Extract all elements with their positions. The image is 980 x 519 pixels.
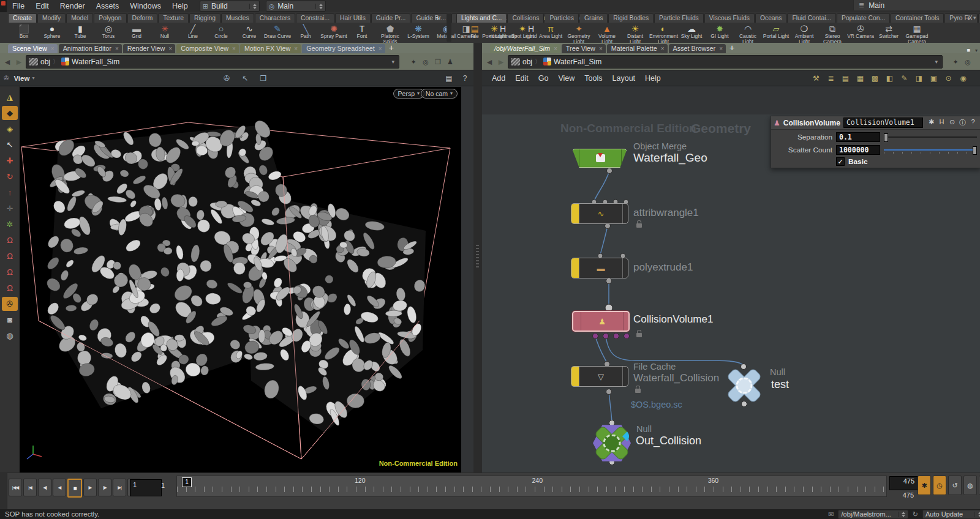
point-light-tool[interactable]: ✳ Point Light (480, 23, 508, 39)
basic-checkbox[interactable]: ✓ (836, 157, 845, 166)
shelf-tab[interactable]: Texture (158, 13, 189, 23)
network-menu-item[interactable]: Help (640, 74, 666, 83)
close-icon[interactable]: × (379, 45, 382, 52)
area-light-tool[interactable]: π Area Light (537, 23, 565, 39)
node-name-label[interactable]: CollisionVolume1 (633, 313, 713, 326)
font-tool[interactable]: T Font (348, 23, 376, 39)
path-field[interactable]: obj 〉 WaterFall_Sim ▾ (26, 55, 399, 69)
shelf-tab[interactable]: Muscles (221, 13, 254, 23)
handles-tool-icon[interactable]: ❒ (257, 74, 270, 83)
info-icon[interactable]: ⓘ (957, 118, 968, 127)
stop-button[interactable]: ■ (67, 479, 82, 498)
menu-item[interactable]: Assets (91, 2, 125, 10)
shelf-tab[interactable]: Deform (127, 13, 158, 23)
close-icon[interactable]: × (51, 45, 55, 52)
spinner-icon[interactable] (249, 4, 257, 9)
node-name-label[interactable]: Out_Collision (636, 435, 701, 447)
close-icon[interactable]: × (115, 45, 119, 52)
auto-key-button[interactable]: ✱ (918, 476, 931, 495)
node-object-merge[interactable] (572, 149, 627, 168)
scene-selector[interactable]: ◎ Main (266, 1, 326, 12)
shelf-tab[interactable]: Guide Br... (411, 13, 451, 23)
add-shelf-tab-icon[interactable]: + (963, 13, 974, 23)
snap-point-icon[interactable]: Ω (2, 265, 18, 279)
pin-icon[interactable]: ✦ (409, 57, 418, 67)
shelf-tab[interactable]: Particle Fluids (654, 13, 704, 23)
pane-maximize-icon[interactable]: ■ (967, 47, 970, 53)
snap-grid-icon[interactable]: Ω (2, 233, 18, 247)
color-palette-icon[interactable]: ▦ (854, 74, 866, 83)
shelf-tab[interactable]: Grains (579, 13, 608, 23)
platonic-solids-tool[interactable]: ⬟ Platonic Solids (376, 23, 404, 45)
select-tool-icon[interactable]: ↖ (239, 74, 251, 83)
back-icon[interactable]: ◀ (2, 57, 12, 67)
shelf-tab[interactable]: Viscous Fluids (704, 13, 755, 23)
node-type-icon[interactable]: ♟ (774, 119, 780, 127)
snap-curve-icon[interactable]: Ω (2, 249, 18, 263)
shelf-tab[interactable]: Rigging (189, 13, 221, 23)
node-name-label[interactable]: Waterfall_Collision (633, 372, 719, 384)
help-icon[interactable]: ? (968, 118, 978, 127)
null-tool[interactable]: ✳ Null (151, 23, 179, 39)
path-history-icon[interactable]: ▾ (391, 59, 396, 65)
playbar-options-strip[interactable] (0, 473, 7, 510)
shelf-tab[interactable]: Guide Pr... (371, 13, 411, 23)
shelf-splitter[interactable] (447, 13, 451, 42)
shelf-tab[interactable]: Container Tools (891, 13, 944, 23)
pose-icon[interactable]: ✛ (2, 201, 18, 215)
spray-paint-tool[interactable]: ✺ Spray Paint (320, 23, 348, 39)
node-polyextrude[interactable]: ▬ (571, 258, 628, 278)
realtime-toggle-button[interactable]: ◷ (933, 476, 946, 495)
background-image-icon[interactable]: ▣ (928, 74, 940, 83)
pane-icon[interactable]: ✇ (4, 75, 9, 81)
menu-item[interactable]: File (7, 2, 30, 10)
pane-tab[interactable]: Render View × (123, 44, 175, 53)
close-icon[interactable]: × (294, 45, 298, 52)
help-icon[interactable]: ? (459, 74, 471, 83)
thumbnail-grid-icon[interactable]: ▩ (869, 74, 881, 83)
timeline-ruler[interactable]: 120240360 1 (176, 476, 887, 497)
end-frame-field[interactable]: 475 (889, 476, 918, 490)
network-menu-item[interactable]: Layout (608, 74, 641, 83)
node-name-label[interactable]: Waterfall_Geo (633, 151, 707, 165)
shelf-tab[interactable]: Collisions (507, 13, 544, 23)
show-handles-icon[interactable]: ◈ (2, 122, 18, 136)
circle-tool[interactable]: ○ Circle (207, 23, 235, 39)
prev-keyframe-button[interactable]: |◀ (23, 479, 37, 496)
sticky-note-icon[interactable]: ✎ (899, 74, 910, 83)
view-camera-icon[interactable]: ✇ (2, 297, 18, 311)
path-tool[interactable]: ╲ Path (292, 23, 320, 39)
shelf-tab[interactable]: Model (66, 13, 93, 23)
next-keyframe-button[interactable]: ▶| (113, 479, 126, 496)
menu-item[interactable]: Help (167, 2, 194, 10)
node-collisionvolume[interactable]: ♟ (572, 311, 630, 332)
list-view-icon[interactable]: ▤ (840, 74, 851, 83)
path-field[interactable]: obj 〉 WaterFall_Sim ▾ (508, 55, 943, 69)
tree-view-icon[interactable]: ≣ (825, 74, 837, 83)
select-arrow-icon[interactable]: ↖ (2, 138, 18, 152)
spot-light-tool[interactable]: ✴ Spot Light (508, 23, 537, 39)
shelf-tab[interactable]: Modify (37, 13, 66, 23)
shelf-tab[interactable]: Create (8, 13, 37, 23)
node-name-label[interactable]: attribwrangle1 (633, 207, 699, 219)
flipbook-icon[interactable]: ◍ (2, 329, 18, 343)
add-shelf-tab-icon[interactable]: + (432, 13, 443, 23)
path-history-icon[interactable]: ▾ (935, 59, 940, 65)
node-null-test[interactable] (725, 366, 764, 405)
pane-tab[interactable]: /obj/WaterFall_Sim × (490, 44, 560, 53)
scale-icon[interactable]: ↑ (2, 185, 18, 200)
line-tool[interactable]: ╱ Line (179, 23, 207, 39)
quick-mark-icon[interactable]: ◨ (913, 74, 925, 83)
separation-slider[interactable] (884, 133, 977, 141)
menu-item[interactable]: Render (55, 2, 91, 10)
prev-frame-button[interactable]: ◀| (38, 479, 51, 496)
rotate-icon[interactable]: ↻ (2, 170, 18, 184)
update-mode-selector[interactable]: Auto Update (922, 510, 980, 519)
pane-tab[interactable]: Animation Editor × (59, 44, 122, 53)
shelf-tab[interactable]: Polygon (94, 13, 126, 23)
pane-splitter[interactable] (473, 43, 482, 472)
close-icon[interactable]: × (599, 45, 603, 52)
follow-selection-icon[interactable]: ◎ (421, 57, 431, 67)
network-menu-item[interactable]: Edit (510, 74, 533, 83)
curve-tool[interactable]: ∿ Curve (235, 23, 263, 39)
